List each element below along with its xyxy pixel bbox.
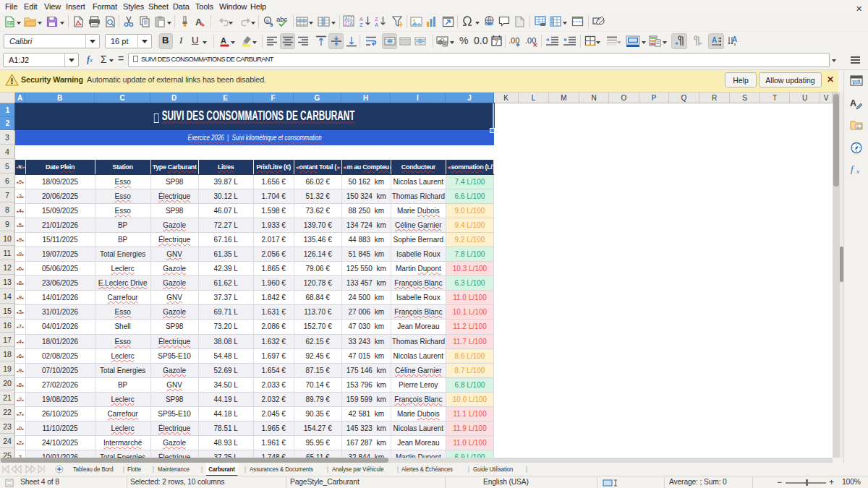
svg-text:Z: Z — [345, 21, 348, 26]
svg-text:.00: .00 — [525, 36, 536, 45]
svg-text:abc: abc — [276, 15, 288, 23]
svg-text:A: A — [350, 21, 354, 26]
svg-text:Z: Z — [350, 16, 353, 21]
svg-text:A: A — [195, 17, 203, 27]
svg-text:A: A — [345, 16, 349, 21]
svg-text:f: f — [851, 163, 855, 174]
svg-text:A: A — [732, 35, 737, 43]
svg-text:A: A — [850, 98, 856, 108]
svg-text:x: x — [856, 168, 859, 175]
svg-text:7: 7 — [495, 39, 498, 46]
svg-text:Z: Z — [359, 22, 363, 27]
svg-text:A: A — [712, 36, 717, 44]
svg-text:a: a — [266, 18, 269, 23]
svg-text:d: d — [270, 22, 273, 27]
svg-text:A: A — [221, 36, 226, 45]
svg-text:A: A — [375, 22, 378, 27]
